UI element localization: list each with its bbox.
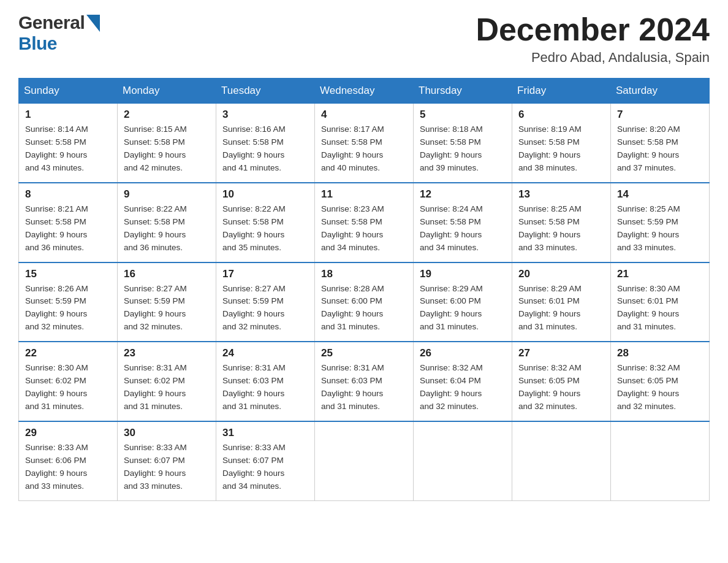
day-number: 13 xyxy=(518,188,604,201)
day-info: Sunrise: 8:29 AMSunset: 6:01 PMDaylight:… xyxy=(518,283,604,334)
day-number: 4 xyxy=(321,109,407,121)
day-info: Sunrise: 8:22 AMSunset: 5:58 PMDaylight:… xyxy=(124,203,210,255)
calendar-cell: 11Sunrise: 8:23 AMSunset: 5:58 PMDayligh… xyxy=(315,183,414,262)
day-number: 20 xyxy=(518,268,604,280)
calendar-cell: 3Sunrise: 8:16 AMSunset: 5:58 PMDaylight… xyxy=(216,104,315,183)
calendar-cell xyxy=(512,421,611,500)
calendar-cell: 20Sunrise: 8:29 AMSunset: 6:01 PMDayligh… xyxy=(512,262,611,342)
day-number: 23 xyxy=(124,347,210,359)
day-info: Sunrise: 8:26 AMSunset: 5:59 PMDaylight:… xyxy=(25,283,111,334)
calendar-cell: 17Sunrise: 8:27 AMSunset: 5:59 PMDayligh… xyxy=(216,262,315,342)
day-info: Sunrise: 8:25 AMSunset: 5:59 PMDaylight:… xyxy=(617,203,703,255)
day-info: Sunrise: 8:27 AMSunset: 5:59 PMDaylight:… xyxy=(124,283,210,334)
weekday-header-monday: Monday xyxy=(118,79,216,104)
calendar-cell: 1Sunrise: 8:14 AMSunset: 5:58 PMDaylight… xyxy=(19,104,118,183)
weekday-header-tuesday: Tuesday xyxy=(216,79,315,104)
calendar-cell xyxy=(315,421,414,500)
day-number: 19 xyxy=(420,268,506,280)
day-info: Sunrise: 8:30 AMSunset: 6:02 PMDaylight:… xyxy=(25,362,111,413)
day-number: 25 xyxy=(321,347,407,359)
day-info: Sunrise: 8:32 AMSunset: 6:05 PMDaylight:… xyxy=(617,362,703,413)
day-info: Sunrise: 8:32 AMSunset: 6:05 PMDaylight:… xyxy=(518,362,604,413)
calendar-cell: 23Sunrise: 8:31 AMSunset: 6:02 PMDayligh… xyxy=(118,342,216,421)
calendar-cell: 25Sunrise: 8:31 AMSunset: 6:03 PMDayligh… xyxy=(315,342,414,421)
calendar-cell: 28Sunrise: 8:32 AMSunset: 6:05 PMDayligh… xyxy=(611,342,710,421)
location-subtitle: Pedro Abad, Andalusia, Spain xyxy=(476,50,710,66)
day-info: Sunrise: 8:31 AMSunset: 6:02 PMDaylight:… xyxy=(124,362,210,413)
logo: General Blue xyxy=(18,12,100,54)
day-number: 8 xyxy=(25,188,111,201)
day-number: 27 xyxy=(518,347,604,359)
day-info: Sunrise: 8:27 AMSunset: 5:59 PMDaylight:… xyxy=(222,283,308,334)
calendar-cell: 31Sunrise: 8:33 AMSunset: 6:07 PMDayligh… xyxy=(216,421,315,500)
calendar-week-row: 15Sunrise: 8:26 AMSunset: 5:59 PMDayligh… xyxy=(19,262,710,342)
calendar-cell xyxy=(414,421,512,500)
day-number: 10 xyxy=(222,188,308,201)
weekday-header-wednesday: Wednesday xyxy=(315,79,414,104)
weekday-header-friday: Friday xyxy=(512,79,611,104)
logo-general-text: General xyxy=(18,12,85,33)
calendar-cell: 27Sunrise: 8:32 AMSunset: 6:05 PMDayligh… xyxy=(512,342,611,421)
day-number: 5 xyxy=(420,109,506,121)
day-number: 28 xyxy=(617,347,703,359)
calendar-week-row: 8Sunrise: 8:21 AMSunset: 5:58 PMDaylight… xyxy=(19,183,710,262)
day-info: Sunrise: 8:25 AMSunset: 5:58 PMDaylight:… xyxy=(518,203,604,255)
day-info: Sunrise: 8:33 AMSunset: 6:07 PMDaylight:… xyxy=(222,442,308,493)
calendar-table: SundayMondayTuesdayWednesdayThursdayFrid… xyxy=(18,78,710,500)
svg-marker-0 xyxy=(86,15,100,32)
day-info: Sunrise: 8:21 AMSunset: 5:58 PMDaylight:… xyxy=(25,203,111,255)
weekday-header-row: SundayMondayTuesdayWednesdayThursdayFrid… xyxy=(19,79,710,104)
day-info: Sunrise: 8:19 AMSunset: 5:58 PMDaylight:… xyxy=(518,123,604,175)
day-info: Sunrise: 8:15 AMSunset: 5:58 PMDaylight:… xyxy=(124,123,210,175)
calendar-cell: 7Sunrise: 8:20 AMSunset: 5:58 PMDaylight… xyxy=(611,104,710,183)
day-info: Sunrise: 8:18 AMSunset: 5:58 PMDaylight:… xyxy=(420,123,506,175)
day-info: Sunrise: 8:28 AMSunset: 6:00 PMDaylight:… xyxy=(321,283,407,334)
calendar-cell: 24Sunrise: 8:31 AMSunset: 6:03 PMDayligh… xyxy=(216,342,315,421)
day-info: Sunrise: 8:33 AMSunset: 6:06 PMDaylight:… xyxy=(25,442,111,493)
page-header: General Blue December 2024 Pedro Abad, A… xyxy=(18,12,710,66)
calendar-cell: 18Sunrise: 8:28 AMSunset: 6:00 PMDayligh… xyxy=(315,262,414,342)
calendar-cell: 5Sunrise: 8:18 AMSunset: 5:58 PMDaylight… xyxy=(414,104,512,183)
day-info: Sunrise: 8:14 AMSunset: 5:58 PMDaylight:… xyxy=(25,123,111,175)
day-number: 24 xyxy=(222,347,308,359)
calendar-cell: 4Sunrise: 8:17 AMSunset: 5:58 PMDaylight… xyxy=(315,104,414,183)
day-info: Sunrise: 8:24 AMSunset: 5:58 PMDaylight:… xyxy=(420,203,506,255)
calendar-cell: 22Sunrise: 8:30 AMSunset: 6:02 PMDayligh… xyxy=(19,342,118,421)
day-number: 17 xyxy=(222,268,308,280)
calendar-cell: 29Sunrise: 8:33 AMSunset: 6:06 PMDayligh… xyxy=(19,421,118,500)
calendar-week-row: 22Sunrise: 8:30 AMSunset: 6:02 PMDayligh… xyxy=(19,342,710,421)
calendar-cell: 10Sunrise: 8:22 AMSunset: 5:58 PMDayligh… xyxy=(216,183,315,262)
day-number: 9 xyxy=(124,188,210,201)
calendar-cell: 26Sunrise: 8:32 AMSunset: 6:04 PMDayligh… xyxy=(414,342,512,421)
logo-blue-text: Blue xyxy=(18,33,57,53)
calendar-cell: 21Sunrise: 8:30 AMSunset: 6:01 PMDayligh… xyxy=(611,262,710,342)
day-number: 2 xyxy=(124,109,210,121)
calendar-cell: 16Sunrise: 8:27 AMSunset: 5:59 PMDayligh… xyxy=(118,262,216,342)
weekday-header-sunday: Sunday xyxy=(19,79,118,104)
day-number: 29 xyxy=(25,427,111,439)
calendar-cell: 2Sunrise: 8:15 AMSunset: 5:58 PMDaylight… xyxy=(118,104,216,183)
day-number: 16 xyxy=(124,268,210,280)
day-number: 22 xyxy=(25,347,111,359)
day-info: Sunrise: 8:29 AMSunset: 6:00 PMDaylight:… xyxy=(420,283,506,334)
calendar-week-row: 29Sunrise: 8:33 AMSunset: 6:06 PMDayligh… xyxy=(19,421,710,500)
calendar-week-row: 1Sunrise: 8:14 AMSunset: 5:58 PMDaylight… xyxy=(19,104,710,183)
day-number: 30 xyxy=(124,427,210,439)
day-number: 26 xyxy=(420,347,506,359)
day-info: Sunrise: 8:31 AMSunset: 6:03 PMDaylight:… xyxy=(321,362,407,413)
day-number: 6 xyxy=(518,109,604,121)
day-number: 14 xyxy=(617,188,703,201)
weekday-header-thursday: Thursday xyxy=(414,79,512,104)
day-number: 7 xyxy=(617,109,703,121)
day-number: 21 xyxy=(617,268,703,280)
day-info: Sunrise: 8:22 AMSunset: 5:58 PMDaylight:… xyxy=(222,203,308,255)
calendar-cell: 12Sunrise: 8:24 AMSunset: 5:58 PMDayligh… xyxy=(414,183,512,262)
calendar-cell: 8Sunrise: 8:21 AMSunset: 5:58 PMDaylight… xyxy=(19,183,118,262)
day-info: Sunrise: 8:33 AMSunset: 6:07 PMDaylight:… xyxy=(124,442,210,493)
day-number: 15 xyxy=(25,268,111,280)
calendar-cell: 6Sunrise: 8:19 AMSunset: 5:58 PMDaylight… xyxy=(512,104,611,183)
day-info: Sunrise: 8:16 AMSunset: 5:58 PMDaylight:… xyxy=(222,123,308,175)
calendar-cell: 13Sunrise: 8:25 AMSunset: 5:58 PMDayligh… xyxy=(512,183,611,262)
calendar-cell: 15Sunrise: 8:26 AMSunset: 5:59 PMDayligh… xyxy=(19,262,118,342)
day-number: 11 xyxy=(321,188,407,201)
